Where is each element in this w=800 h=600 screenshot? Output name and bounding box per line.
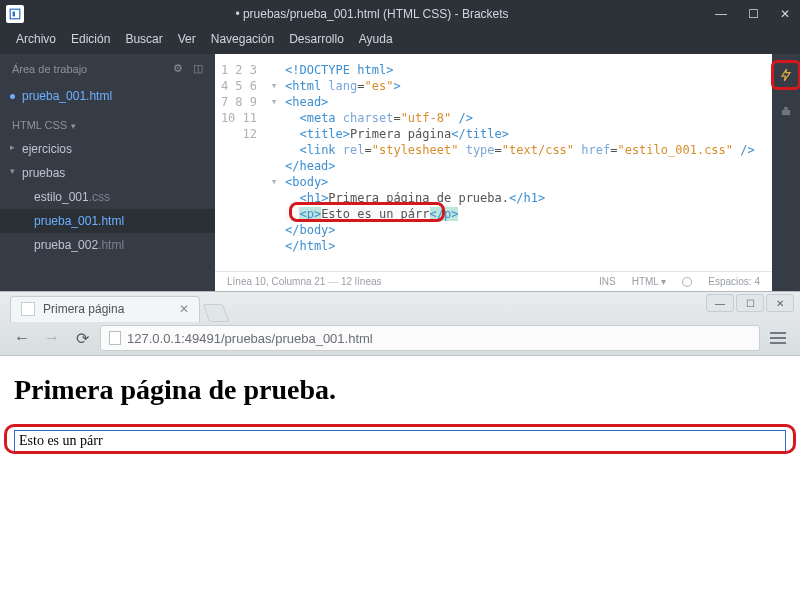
extensions-button[interactable] <box>775 100 797 122</box>
chrome-window-controls: — ☐ ✕ <box>706 294 794 312</box>
new-tab-button[interactable] <box>203 304 230 322</box>
open-file-label: prueba_001.html <box>22 89 112 103</box>
menu-buscar[interactable]: Buscar <box>125 32 162 46</box>
fold-icon: ▾ <box>267 78 281 94</box>
forward-button[interactable]: → <box>40 326 64 350</box>
omnibar: ← → ⟳ 127.0.0.1:49491/pruebas/prueba_001… <box>0 322 800 355</box>
folder-pruebas[interactable]: ▾ pruebas <box>0 161 215 185</box>
close-button[interactable]: ✕ <box>766 294 794 312</box>
file-name: prueba_002 <box>34 238 98 252</box>
menu-ayuda[interactable]: Ayuda <box>359 32 393 46</box>
svg-rect-1 <box>13 12 15 17</box>
close-icon[interactable]: ✕ <box>179 302 189 316</box>
gear-icon[interactable]: ⚙ <box>173 62 183 75</box>
chrome-frame: Primera página ✕ — ☐ ✕ ← → ⟳ 127.0.0.1:4… <box>0 292 800 356</box>
file-name: estilo_001 <box>34 190 89 204</box>
file-ext: .css <box>89 190 110 204</box>
line-count: 12 líneas <box>341 276 382 287</box>
right-rail <box>772 54 800 291</box>
page-icon <box>21 302 35 316</box>
file-prueba-001[interactable]: prueba_001.html <box>0 209 215 233</box>
code-text: <!DOCTYPE html> <html lang="es"> <head> … <box>281 54 772 271</box>
hamburger-menu-button[interactable] <box>766 332 790 344</box>
folder-label: pruebas <box>22 166 65 180</box>
file-estilo-001[interactable]: estilo_001.css <box>0 185 215 209</box>
lightning-icon <box>779 68 793 82</box>
window-controls: — ☐ ✕ <box>712 7 794 21</box>
window-title: • pruebas/prueba_001.html (HTML CSS) - B… <box>32 7 712 21</box>
brick-icon <box>779 104 793 118</box>
url-text: 127.0.0.1:49491/pruebas/prueba_001.html <box>127 331 373 346</box>
editor-pane: 1 2 3 4 5 6 7 8 9 10 11 12 ▾▾▾ <!DOCTYPE… <box>215 54 772 291</box>
minimize-button[interactable]: — <box>712 7 730 21</box>
file-name: prueba_001 <box>34 214 98 228</box>
file-ext: .html <box>98 214 124 228</box>
reload-button[interactable]: ⟳ <box>70 326 94 350</box>
modified-dot-icon <box>10 94 15 99</box>
triangle-down-icon: ▾ <box>10 166 15 176</box>
tab-primera-pagina[interactable]: Primera página ✕ <box>10 296 200 322</box>
svg-rect-3 <box>784 107 788 110</box>
folder-ejercicios[interactable]: ▸ ejercicios <box>0 137 215 161</box>
brackets-editor: • pruebas/prueba_001.html (HTML CSS) - B… <box>0 0 800 291</box>
file-prueba-002[interactable]: prueba_002.html <box>0 233 215 257</box>
annotation-ring-lightning <box>771 60 800 90</box>
line-gutter: 1 2 3 4 5 6 7 8 9 10 11 12 <box>215 54 267 271</box>
address-bar[interactable]: 127.0.0.1:49491/pruebas/prueba_001.html <box>100 325 760 351</box>
menu-edicion[interactable]: Edición <box>71 32 110 46</box>
insert-mode[interactable]: INS <box>599 276 616 287</box>
live-preview-button[interactable] <box>775 64 797 86</box>
maximize-button[interactable]: ☐ <box>736 294 764 312</box>
lint-status-icon[interactable] <box>682 277 692 287</box>
project-header[interactable]: HTML CSS▾ <box>0 109 215 137</box>
svg-rect-2 <box>782 110 790 115</box>
menu-archivo[interactable]: Archivo <box>16 32 56 46</box>
brackets-app-icon <box>6 5 24 23</box>
code-area[interactable]: 1 2 3 4 5 6 7 8 9 10 11 12 ▾▾▾ <!DOCTYPE… <box>215 54 772 271</box>
page-viewport: Primera página de prueba. Esto es un pár… <box>0 356 800 470</box>
menu-desarrollo[interactable]: Desarrollo <box>289 32 344 46</box>
menu-ver[interactable]: Ver <box>178 32 196 46</box>
tab-title: Primera página <box>43 302 124 316</box>
sidebar: Área de trabajo ⚙ ◫ prueba_001.html HTML… <box>0 54 215 291</box>
menu-bar: Archivo Edición Buscar Ver Navegación De… <box>0 28 800 54</box>
fold-icon: ▾ <box>267 94 281 110</box>
minimize-button[interactable]: — <box>706 294 734 312</box>
project-label: HTML CSS <box>12 119 67 131</box>
language-mode[interactable]: HTML ▾ <box>632 276 667 287</box>
file-ext: .html <box>98 238 124 252</box>
page-heading: Primera página de prueba. <box>14 374 786 406</box>
spaces-indicator[interactable]: Espacios: 4 <box>708 276 760 287</box>
file-icon <box>109 331 121 345</box>
paragraph-text: Esto es un párr <box>19 433 103 448</box>
highlighted-paragraph: Esto es un párr <box>14 430 786 452</box>
fold-icon: ▾ <box>267 174 281 190</box>
workspace-label: Área de trabajo <box>12 63 87 75</box>
chrome-browser: Primera página ✕ — ☐ ✕ ← → ⟳ 127.0.0.1:4… <box>0 291 800 600</box>
tab-strip: Primera página ✕ — ☐ ✕ <box>0 292 800 322</box>
menu-navegacion[interactable]: Navegación <box>211 32 274 46</box>
titlebar[interactable]: • pruebas/prueba_001.html (HTML CSS) - B… <box>0 0 800 28</box>
split-view-icon[interactable]: ◫ <box>193 62 203 75</box>
workspace-header: Área de trabajo ⚙ ◫ <box>0 54 215 83</box>
folder-label: ejercicios <box>22 142 72 156</box>
open-file-item[interactable]: prueba_001.html <box>0 83 215 109</box>
close-button[interactable]: ✕ <box>776 7 794 21</box>
chevron-down-icon: ▾ <box>71 121 76 131</box>
maximize-button[interactable]: ☐ <box>744 7 762 21</box>
back-button[interactable]: ← <box>10 326 34 350</box>
triangle-right-icon: ▸ <box>10 142 15 152</box>
cursor-position: Línea 10, Columna 21 <box>227 276 325 287</box>
fold-column: ▾▾▾ <box>267 54 281 271</box>
status-bar: Línea 10, Columna 21 — 12 líneas INS HTM… <box>215 271 772 291</box>
